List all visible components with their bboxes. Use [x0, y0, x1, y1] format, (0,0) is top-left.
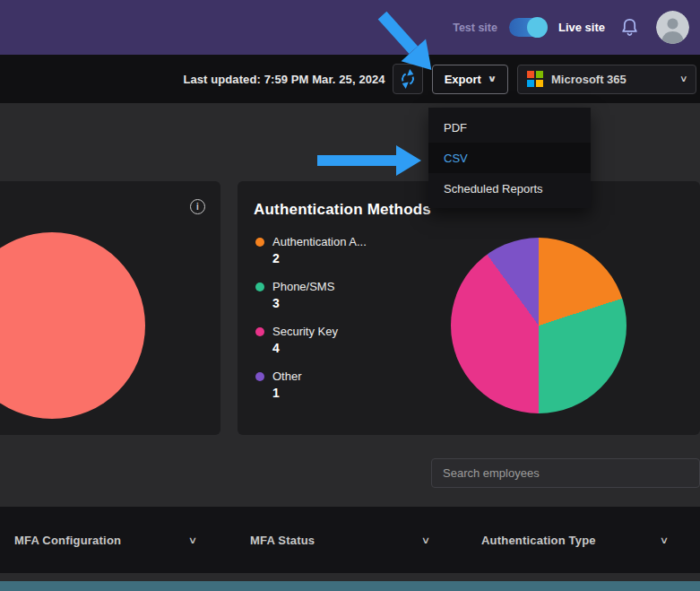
card-title: Authentication Methods — [254, 201, 431, 219]
chevron-down-icon: ∨ — [421, 535, 430, 545]
annotation-arrow-to-csv-item — [315, 143, 423, 178]
toggle-knob — [527, 17, 548, 38]
refresh-icon — [400, 71, 416, 87]
search-input[interactable] — [431, 458, 700, 488]
menu-item-scheduled-reports[interactable]: Scheduled Reports — [428, 173, 591, 204]
menu-item-csv[interactable]: CSV — [428, 143, 591, 173]
site-mode-toggle[interactable] — [509, 18, 547, 37]
legend-label: Phone/SMS — [272, 280, 334, 293]
legend-value: 3 — [272, 296, 367, 310]
authentication-methods-card: Authentication Methods Authentication A.… — [238, 181, 700, 435]
authentication-methods-pie-chart — [451, 238, 627, 413]
chart-legend: Authentication A... 2 Phone/SMS 3 Securi… — [255, 235, 367, 414]
export-menu: PDF CSV Scheduled Reports — [428, 108, 591, 208]
notifications-bell-icon[interactable] — [620, 17, 639, 38]
microsoft-logo-icon — [527, 71, 543, 87]
legend-dot — [255, 327, 264, 336]
legend-dot — [255, 238, 264, 247]
legend-value: 1 — [272, 386, 367, 400]
live-site-label: Live site — [558, 21, 605, 34]
chevron-down-icon: ∨ — [488, 74, 497, 83]
legend-item: Phone/SMS 3 — [255, 280, 367, 310]
column-label: MFA Status — [250, 534, 315, 547]
column-filter-mfa-status[interactable]: MFA Status ∨ — [250, 507, 429, 573]
chevron-down-icon: ∨ — [679, 74, 688, 83]
export-button[interactable]: Export ∨ — [432, 65, 508, 94]
legend-label: Other — [272, 369, 302, 383]
legend-item: Security Key 4 — [255, 325, 367, 355]
legend-label: Authentication A... — [272, 235, 367, 248]
legend-dot — [255, 372, 264, 381]
legend-item: Other 1 — [255, 369, 367, 400]
user-avatar[interactable] — [656, 11, 689, 44]
column-label: MFA Configuration — [14, 534, 121, 547]
last-updated-label: Last updated: 7:59 PM Mar. 25, 2024 — [183, 73, 385, 86]
refresh-button[interactable] — [393, 64, 423, 94]
chevron-down-icon: ∨ — [660, 535, 669, 545]
legend-item: Authentication A... 2 — [255, 235, 367, 265]
column-filter-authentication-type[interactable]: Authentication Type ∨ — [481, 507, 668, 573]
menu-item-pdf[interactable]: PDF — [428, 112, 591, 143]
left-chart-card: i — [0, 181, 220, 435]
left-pie-chart — [0, 232, 145, 419]
legend-value: 4 — [272, 341, 367, 355]
info-icon[interactable]: i — [190, 199, 205, 214]
column-filter-mfa-configuration[interactable]: MFA Configuration ∨ — [14, 507, 196, 573]
legend-label: Security Key — [272, 325, 338, 338]
legend-value: 2 — [272, 251, 367, 265]
chevron-down-icon: ∨ — [188, 535, 197, 545]
legend-dot — [255, 282, 264, 291]
column-label: Authentication Type — [481, 534, 596, 547]
bottom-accent-bar — [0, 581, 700, 591]
test-site-label: Test site — [453, 22, 497, 34]
tenant-select[interactable]: Microsoft 365 ∨ — [517, 65, 696, 94]
table-header: MFA Configuration ∨ MFA Status ∨ Authent… — [0, 507, 700, 573]
report-toolbar: Last updated: 7:59 PM Mar. 25, 2024 Expo… — [0, 55, 700, 103]
tenant-select-label: Microsoft 365 — [551, 73, 672, 86]
top-navigation-bar: Test site Live site — [0, 0, 700, 55]
info-icon-glyph: i — [196, 202, 199, 212]
dashboard-screen: Test site Live site Last updated: 7:59 P… — [0, 0, 700, 591]
export-button-label: Export — [445, 73, 481, 86]
